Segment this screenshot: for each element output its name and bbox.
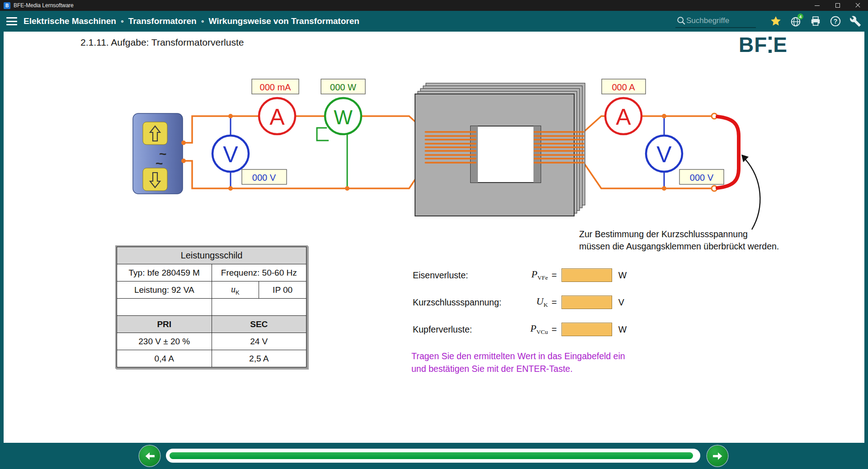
svg-text:000 W: 000 W	[330, 82, 356, 92]
arrow-left-icon	[144, 450, 156, 462]
updates-globe-icon[interactable]: 4	[789, 15, 802, 28]
svg-text:000 V: 000 V	[690, 173, 714, 183]
svg-text:V: V	[656, 142, 672, 167]
breadcrumb-item[interactable]: Wirkungsweise von Transformatoren	[208, 16, 359, 26]
symbol-pvfe: PVFe	[514, 268, 548, 281]
nameplate-table: Leistungsschild Typ: bfe 280459 M Freque…	[115, 245, 308, 369]
lesson-content: 2.1.11. Aufgabe: Transformatorverluste B…	[0, 32, 868, 443]
menu-button[interactable]	[6, 17, 17, 25]
nameplate-ip: IP 00	[259, 281, 307, 299]
field-row-eisenverluste: Eisenverluste: PVFe = W	[413, 267, 627, 283]
search-box[interactable]	[675, 15, 756, 28]
window-maximize-button[interactable]	[827, 0, 848, 11]
field-row-kurzschlussspannung: Kurzschlussspannung: UK = V	[413, 295, 624, 310]
symbol-uk: UK	[514, 295, 548, 309]
progress-bar	[166, 449, 700, 463]
window-minimize-button[interactable]	[807, 0, 827, 11]
search-input[interactable]	[686, 16, 755, 25]
wattmeter-voltage-lead	[317, 128, 329, 141]
window-title: BFE-Media Lernsoftware	[14, 2, 74, 9]
breadcrumb-item[interactable]: Transformatoren	[128, 16, 197, 26]
help-icon[interactable]: ?	[829, 15, 842, 28]
prev-button[interactable]	[139, 446, 160, 466]
secondary-winding	[534, 132, 584, 163]
left-frame	[0, 32, 4, 443]
symbol-pvcu: PVCu	[514, 323, 548, 336]
progress-fill	[170, 452, 693, 459]
core-window	[471, 126, 541, 183]
svg-text:000 mA: 000 mA	[260, 82, 292, 92]
display-ammeter-secondary: 000 A	[602, 79, 646, 94]
nameplate-typ: Typ: bfe 280459 M	[117, 264, 212, 281]
favorites-star-icon[interactable]	[769, 15, 782, 28]
nameplate-frequenz: Frequenz: 50-60 Hz	[212, 264, 307, 281]
app-icon: B	[4, 2, 10, 9]
svg-text:000 A: 000 A	[612, 82, 635, 92]
update-badge: 4	[797, 14, 803, 19]
display-wattmeter: 000 W	[321, 79, 365, 94]
breadcrumb: Elektrische Maschinen ∘ Transformatoren …	[24, 16, 359, 26]
display-voltmeter-primary: 000 V	[242, 169, 287, 184]
voltmeter-secondary: V	[646, 136, 682, 172]
svg-text:V: V	[223, 142, 238, 167]
svg-text:?: ?	[834, 18, 838, 25]
kupferverluste-input[interactable]	[561, 323, 612, 336]
minimize-icon	[815, 5, 820, 6]
voltmeter-primary: V	[212, 136, 249, 172]
field-row-kupferverluste: Kupferverluste: PVCu = W	[413, 322, 627, 337]
breadcrumb-separator: ∘	[201, 18, 205, 25]
header-toolbar: 4 ?	[675, 15, 862, 28]
main-header: Elektrische Maschinen ∘ Transformatoren …	[0, 11, 868, 32]
search-icon	[676, 16, 686, 26]
ammeter-primary: A	[259, 98, 295, 134]
svg-text:W: W	[334, 106, 353, 128]
ac-symbol: ~	[156, 156, 163, 170]
svg-text:A: A	[269, 104, 285, 130]
tools-wrench-icon[interactable]	[849, 15, 862, 28]
nameplate-title: Leistungsschild	[117, 247, 307, 264]
maximize-icon	[835, 3, 840, 8]
nameplate-sec-header: SEC	[212, 316, 307, 333]
window-controls	[807, 0, 868, 11]
breadcrumb-item[interactable]: Elektrische Maschinen	[24, 16, 116, 26]
window-titlebar: B BFE-Media Lernsoftware	[0, 0, 868, 11]
nameplate-pri-header: PRI	[117, 316, 212, 333]
next-button[interactable]	[707, 446, 728, 466]
nameplate-leistung: Leistung: 92 VA	[117, 281, 212, 299]
arrow-right-icon	[712, 450, 724, 462]
print-icon[interactable]	[809, 15, 822, 28]
breadcrumb-separator: ∘	[120, 18, 124, 25]
primary-winding	[425, 132, 476, 163]
bridge-annotation: Zur Bestimmung der Kurzschlussspannung m…	[579, 228, 779, 253]
eisenverluste-input[interactable]	[561, 268, 612, 282]
footer-nav	[0, 443, 868, 469]
kurzschlussspannung-input[interactable]	[561, 295, 612, 309]
nameplate-sec-voltage: 24 V	[212, 333, 307, 350]
wattmeter: W	[325, 98, 361, 134]
power-source: ~ ~	[133, 113, 186, 194]
display-voltmeter-secondary: 000 V	[679, 169, 724, 184]
ammeter-secondary: A	[605, 98, 642, 134]
window-close-button[interactable]	[848, 0, 868, 11]
annotation-arrow	[741, 155, 760, 230]
transformer-core	[415, 83, 585, 216]
nameplate-sec-current: 2,5 A	[212, 350, 307, 367]
nameplate-uk: uK	[212, 281, 259, 299]
nameplate-pri-voltage: 230 V ± 20 %	[117, 333, 212, 350]
right-frame	[864, 32, 868, 443]
nameplate-pri-current: 0,4 A	[117, 350, 212, 367]
instruction-text: Tragen Sie den ermittelten Wert in das E…	[411, 350, 625, 375]
svg-text:A: A	[616, 104, 631, 130]
display-ammeter-primary: 000 mA	[252, 79, 299, 94]
svg-text:000 V: 000 V	[252, 173, 276, 183]
